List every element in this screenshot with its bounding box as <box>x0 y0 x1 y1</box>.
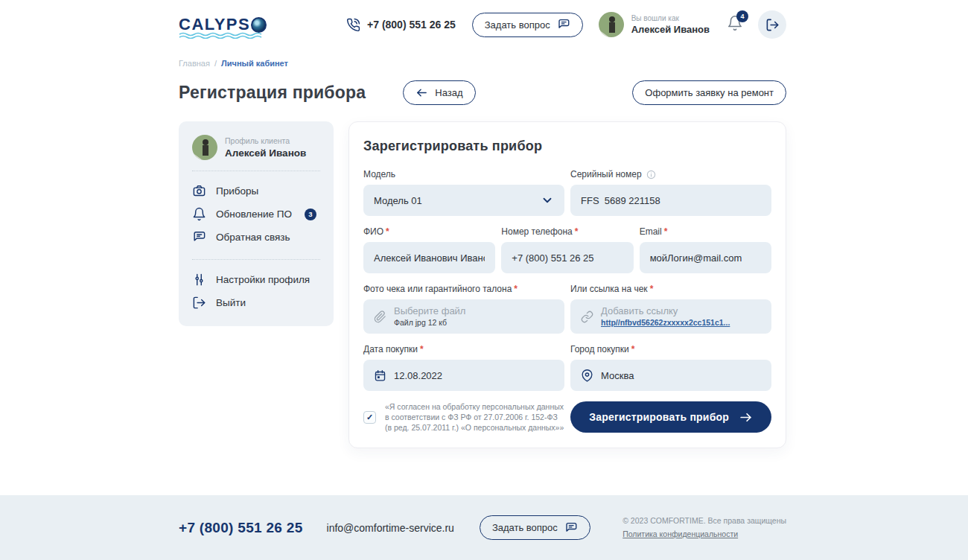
breadcrumb-home[interactable]: Главная <box>179 59 210 68</box>
consent-text: «Я согласен на обработку персональных да… <box>385 401 564 433</box>
sidebar-item-devices[interactable]: Приборы <box>192 179 320 203</box>
email-input-wrap <box>640 242 771 273</box>
paperclip-icon <box>374 311 386 323</box>
sidebar-item-software-update[interactable]: Обновление ПО 3 <box>192 203 320 226</box>
breadcrumb: Главная / Личный кабинет <box>179 59 786 68</box>
purchase-date-field-group: Дата покупки* <box>363 344 564 391</box>
footer-email[interactable]: info@comfortime-service.ru <box>327 522 454 534</box>
notifications-button[interactable]: 4 <box>727 15 743 34</box>
email-input[interactable] <box>650 252 761 264</box>
sidebar-item-profile-settings[interactable]: Настройки профиля <box>192 268 320 291</box>
logout-icon <box>192 296 206 310</box>
consent-checkbox[interactable]: ✓ <box>363 411 376 424</box>
footer-ask-question-button[interactable]: Задать вопрос <box>480 515 590 540</box>
brand-logo[interactable]: CALYPS <box>179 16 267 33</box>
purchase-city-field-group: Город покупки* <box>570 344 771 391</box>
model-select-value: Модель 01 <box>374 195 422 206</box>
sidebar-item-devices-label: Приборы <box>216 185 258 197</box>
back-button[interactable]: Назад <box>403 80 475 105</box>
repair-request-button[interactable]: Оформить заявку на ремонт <box>632 80 786 105</box>
receipt-link-field-group: Или ссылка на чек* Добавить ссылку http/… <box>570 284 771 334</box>
link-placeholder: Добавить ссылку <box>601 306 730 316</box>
arrow-left-icon <box>415 86 428 99</box>
notifications-badge: 4 <box>736 10 748 22</box>
chat-icon <box>564 521 578 535</box>
page: CALYPS +7 (800) 551 26 25 Задать вопрос <box>0 0 968 560</box>
link-control[interactable]: Добавить ссылку http//nfbvd56262zxxxxx2c… <box>570 299 771 334</box>
phone-field-group: Номер телефона* <box>501 226 633 273</box>
logged-in-as-label: Вы вошли как <box>631 14 710 22</box>
required-mark: * <box>386 226 389 237</box>
copyright-text: © 2023 COMFORTIME. Все права защищены <box>622 516 786 526</box>
brand-logo-text: CALYPS <box>179 16 250 33</box>
sidebar-item-logout[interactable]: Выйти <box>192 291 320 314</box>
back-button-label: Назад <box>435 87 462 98</box>
file-upload-control[interactable]: Выберите файл Файл jpg 12 кб <box>363 299 564 334</box>
feedback-icon <box>192 230 206 244</box>
info-icon <box>646 170 656 179</box>
sidebar-item-feedback[interactable]: Обратная связь <box>192 226 320 249</box>
footer-phone[interactable]: +7 (800) 551 26 25 <box>179 520 303 536</box>
sidebar-item-feedback-label: Обратная связь <box>216 232 290 243</box>
page-title: Регистрация прибора <box>179 83 366 103</box>
camera-icon <box>192 184 206 198</box>
registration-form: Зарегистрировать прибор Модель Модель 01… <box>348 121 786 448</box>
email-label: Email <box>640 226 662 237</box>
footer-legal: © 2023 COMFORTIME. Все права защищены По… <box>622 516 786 539</box>
main-content: Профиль клиента Алексей Иванов Приборы <box>179 121 786 448</box>
sidebar-item-logout-label: Выйти <box>216 297 246 308</box>
phone-input[interactable] <box>512 252 622 264</box>
footer-ask-question-label: Задать вопрос <box>492 522 558 533</box>
required-mark: * <box>631 344 635 354</box>
register-device-button[interactable]: Зарегистрировать прибор <box>570 401 771 433</box>
user-name: Алексей Иванов <box>631 24 710 35</box>
serial-input[interactable] <box>581 195 761 206</box>
purchase-city-input[interactable] <box>601 370 761 381</box>
user-block[interactable]: Вы вошли как Алексей Иванов <box>599 12 710 37</box>
fio-input-wrap <box>363 242 495 273</box>
lens-icon <box>251 17 267 33</box>
form-title: Зарегистрировать прибор <box>363 139 771 154</box>
required-mark: * <box>664 226 668 237</box>
receipt-link-url[interactable]: http//nfbvd56262zxxxxx2cc151c1... <box>601 318 730 328</box>
required-mark: * <box>420 344 424 354</box>
consent-row: ✓ «Я согласен на обработку персональных … <box>363 401 771 433</box>
ask-question-button[interactable]: Задать вопрос <box>472 13 583 37</box>
chat-icon <box>557 18 570 31</box>
receipt-link-label: Или ссылка на чек <box>570 284 648 294</box>
header-phone-number: +7 (800) 551 26 25 <box>367 19 456 31</box>
repair-request-label: Оформить заявку на ремонт <box>645 87 774 98</box>
purchase-date-control[interactable] <box>363 360 564 391</box>
required-mark: * <box>514 284 518 294</box>
link-icon <box>581 311 593 323</box>
header-phone[interactable]: +7 (800) 551 26 25 <box>346 18 456 32</box>
file-placeholder: Выберите файл <box>394 306 465 316</box>
consent-line-2: в соответствии с ФЗ РФ от 27.07.2006 г. … <box>385 412 564 422</box>
fio-input[interactable] <box>374 252 485 264</box>
model-select[interactable]: Модель 01 <box>363 185 564 216</box>
receipt-photo-label: Фото чека или гарантийного талона <box>363 284 512 294</box>
privacy-policy-link[interactable]: Политика конфиденциальности <box>622 529 786 539</box>
header-actions: +7 (800) 551 26 25 Задать вопрос <box>346 10 786 39</box>
purchase-date-input[interactable] <box>394 370 554 381</box>
model-label: Модель <box>363 169 395 179</box>
logout-button[interactable] <box>758 10 786 39</box>
purchase-city-control[interactable] <box>570 360 771 391</box>
logout-icon <box>765 18 780 32</box>
breadcrumb-current[interactable]: Личный кабинет <box>221 59 288 68</box>
map-pin-icon <box>581 369 593 382</box>
purchase-date-label: Дата покупки <box>363 344 418 354</box>
sidebar-profile: Профиль клиента Алексей Иванов <box>192 135 320 160</box>
serial-field-group: Серийный номер <box>570 169 771 216</box>
phone-icon <box>346 18 360 32</box>
breadcrumb-separator: / <box>214 59 217 68</box>
phone-label: Номер телефона <box>501 226 572 237</box>
model-field-group: Модель Модель 01 <box>363 169 564 216</box>
sidebar-divider <box>192 259 320 260</box>
email-field-group: Email* <box>640 226 771 273</box>
sidebar-divider <box>192 171 320 171</box>
profile-name: Алексей Иванов <box>225 147 306 159</box>
fio-field-group: ФИО* <box>363 226 495 273</box>
file-info: Файл jpg 12 кб <box>394 318 465 328</box>
sidebar-item-profile-settings-label: Настройки профиля <box>216 274 310 285</box>
